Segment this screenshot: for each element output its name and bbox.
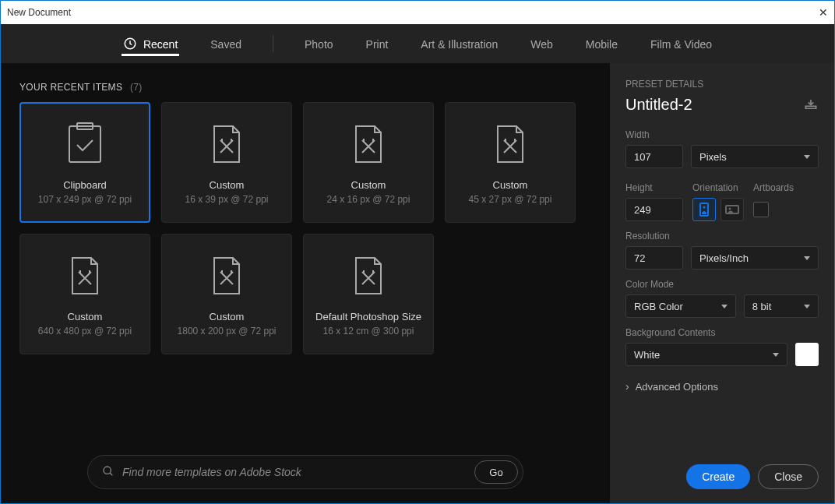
preset-card-label: Default Photoshop Size (315, 311, 421, 322)
advanced-options-toggle[interactable]: Advanced Options (625, 380, 819, 393)
colordepth-select[interactable]: 8 bit (744, 294, 819, 318)
recent-icon (123, 37, 137, 53)
bg-color-swatch[interactable] (795, 343, 819, 366)
stock-search-bar: Go (87, 455, 523, 489)
preset-card-meta: 24 x 16 px @ 72 ppi (327, 194, 410, 205)
bg-label: Background Contents (625, 327, 819, 338)
preset-card-label: Custom (68, 311, 103, 322)
preset-card-label: Custom (210, 311, 245, 322)
search-icon (102, 465, 115, 480)
preset-card-meta: 107 x 249 px @ 72 ppi (38, 194, 132, 205)
tab-photo[interactable]: Photo (303, 33, 335, 54)
width-input[interactable] (625, 145, 683, 168)
close-button[interactable]: Close (758, 464, 819, 489)
clipboard-icon (65, 120, 105, 168)
colormode-label: Color Mode (625, 279, 819, 290)
width-unit-select[interactable]: Pixels (691, 145, 819, 168)
document-icon (493, 120, 527, 168)
width-label: Width (625, 129, 819, 140)
preset-card[interactable]: Clipboard107 x 249 px @ 72 ppi (19, 102, 150, 223)
colormode-select[interactable]: RGB Color (625, 294, 736, 318)
preset-card-label: Custom (351, 179, 386, 191)
tab-web[interactable]: Web (529, 33, 555, 54)
document-name[interactable]: Untitled-2 (625, 96, 803, 114)
preset-grid: Clipboard107 x 249 px @ 72 ppiCustom16 x… (19, 102, 591, 354)
preset-card-label: Custom (493, 179, 528, 191)
document-icon (210, 252, 244, 300)
height-label: Height (625, 182, 683, 193)
preset-card[interactable]: Custom1800 x 200 px @ 72 ppi (161, 234, 292, 354)
artboards-label: Artboards (753, 182, 794, 193)
preset-card[interactable]: Default Photoshop Size16 x 12 cm @ 300 p… (303, 234, 434, 354)
resolution-input[interactable] (625, 246, 683, 270)
document-icon (351, 252, 386, 300)
bg-select[interactable]: White (625, 343, 787, 366)
resolution-label: Resolution (625, 231, 819, 241)
preset-card-label: Clipboard (63, 179, 107, 191)
preset-card[interactable]: Custom45 x 27 px @ 72 ppi (445, 102, 576, 223)
tab-recent[interactable]: Recent (122, 32, 179, 56)
chevron-right-icon (625, 380, 629, 393)
preset-card-meta: 16 x 39 px @ 72 ppi (185, 194, 269, 205)
recent-items-header: YOUR RECENT ITEMS (7) (19, 82, 591, 93)
preset-card[interactable]: Custom640 x 480 px @ 72 ppi (19, 234, 150, 354)
tab-film-video[interactable]: Film & Video (649, 33, 713, 54)
resolution-unit-select[interactable]: Pixels/Inch (691, 246, 819, 270)
preset-card[interactable]: Custom24 x 16 px @ 72 ppi (303, 102, 434, 223)
advanced-options-label: Advanced Options (636, 381, 718, 393)
document-icon (210, 120, 244, 168)
orientation-portrait-button[interactable] (692, 198, 716, 221)
window-title: New Document (7, 7, 797, 18)
preset-card-meta: 16 x 12 cm @ 300 ppi (323, 326, 414, 337)
svg-rect-1 (69, 126, 100, 162)
svg-point-3 (104, 467, 111, 474)
recent-items-label: YOUR RECENT ITEMS (19, 82, 122, 93)
svg-line-4 (110, 473, 112, 475)
tab-bar: RecentSavedPhotoPrintArt & IllustrationW… (1, 24, 834, 63)
preset-card-meta: 640 x 480 px @ 72 ppi (38, 326, 132, 337)
tab-mobile[interactable]: Mobile (584, 33, 619, 54)
save-preset-icon[interactable] (803, 98, 819, 111)
preset-card-meta: 1800 x 200 px @ 72 ppi (178, 326, 277, 337)
artboards-checkbox[interactable] (753, 202, 769, 217)
go-button[interactable]: Go (474, 460, 518, 484)
title-bar: New Document ✕ (1, 1, 834, 24)
preset-card-label: Custom (210, 179, 245, 191)
document-icon (351, 120, 386, 168)
stock-search-input[interactable] (122, 466, 467, 478)
tab-saved[interactable]: Saved (209, 33, 243, 54)
height-input[interactable] (625, 198, 683, 221)
recent-items-count: (7) (130, 82, 143, 93)
orientation-landscape-button[interactable] (720, 198, 744, 221)
svg-point-6 (703, 206, 706, 209)
preset-details-header: PRESET DETAILS (625, 79, 819, 90)
preset-card-meta: 45 x 27 px @ 72 ppi (469, 194, 552, 205)
tab-art-illustration[interactable]: Art & Illustration (419, 33, 499, 54)
svg-point-8 (729, 208, 731, 210)
close-icon[interactable]: ✕ (797, 6, 828, 19)
create-button[interactable]: Create (686, 464, 750, 489)
orientation-label: Orientation (692, 182, 744, 193)
tab-print[interactable]: Print (365, 33, 390, 54)
preset-card[interactable]: Custom16 x 39 px @ 72 ppi (161, 102, 292, 223)
document-icon (68, 252, 102, 300)
tab-divider (273, 35, 273, 52)
preset-details-panel: PRESET DETAILS Untitled-2 Width Pixels H… (610, 63, 834, 503)
